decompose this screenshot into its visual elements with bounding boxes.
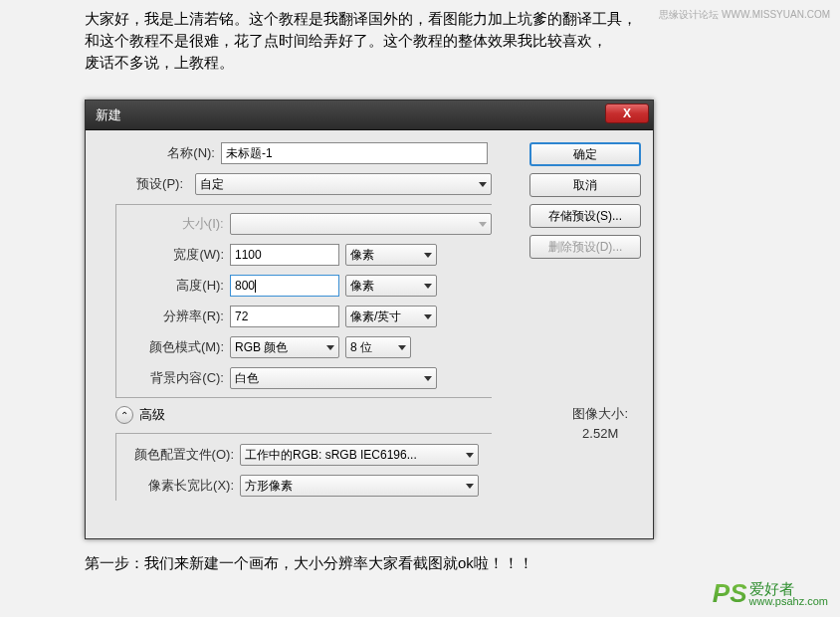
dialog-titlebar[interactable]: 新建 X: [86, 101, 653, 130]
colormode-select[interactable]: RGB 颜色: [230, 336, 339, 358]
pixelratio-select[interactable]: 方形像素: [240, 475, 479, 497]
colorprofile-value: 工作中的RGB: sRGB IEC6196...: [245, 447, 417, 464]
bitdepth-select[interactable]: 8 位: [345, 336, 411, 358]
colorprofile-select[interactable]: 工作中的RGB: sRGB IEC6196...: [240, 444, 479, 466]
watermark-text: 爱好者 www.psahz.com: [749, 581, 828, 607]
width-unit-select[interactable]: 像素: [345, 244, 437, 266]
dialog-title: 新建: [96, 106, 121, 124]
delete-preset-label: 删除预设(D)...: [548, 239, 623, 256]
resolution-label: 分辨率(R):: [116, 308, 224, 325]
width-input[interactable]: 1100: [230, 244, 339, 266]
cancel-label: 取消: [573, 177, 597, 194]
intro-line1: 大家好，我是上清若铭。这个教程是我翻译国外的，看图能力加上坑爹的翻译工具，: [85, 10, 637, 27]
watermark-bottom: PS 爱好者 www.psahz.com: [713, 578, 828, 609]
chevron-down-icon: [424, 253, 432, 258]
watermark-cn: 爱好者: [749, 581, 828, 596]
new-document-dialog: 新建 X 名称(N): 未标题-1 预设(P): 自定 大小(I): 宽度(W)…: [85, 100, 654, 539]
ok-label: 确定: [573, 146, 597, 163]
preset-label: 预设(P):: [96, 175, 183, 193]
width-value: 1100: [235, 248, 262, 262]
image-size-label: 图像大小:: [572, 404, 628, 424]
preset-value: 自定: [200, 176, 224, 193]
bitdepth-value: 8 位: [350, 339, 372, 356]
watermark-top: 思缘设计论坛 WWW.MISSYUAN.COM: [659, 8, 830, 22]
background-label: 背景内容(C):: [116, 369, 224, 387]
close-icon: X: [623, 106, 631, 120]
chevron-down-icon: [398, 345, 406, 350]
save-preset-button[interactable]: 存储预设(S)...: [529, 204, 641, 228]
text-cursor: [255, 280, 256, 293]
chevron-down-icon: [466, 484, 474, 489]
background-select[interactable]: 白色: [230, 367, 437, 389]
size-label: 大小(I):: [116, 215, 224, 233]
height-unit-select[interactable]: 像素: [345, 275, 437, 297]
step-text: 第一步：我们来新建一个画布，大小分辨率大家看截图就ok啦！！！: [85, 554, 840, 573]
chevron-down-icon: [326, 345, 334, 350]
intro-line3: 废话不多说，上教程。: [85, 54, 234, 71]
close-button[interactable]: X: [605, 103, 649, 123]
colormode-label: 颜色模式(M):: [116, 338, 224, 356]
height-label: 高度(H):: [116, 277, 224, 295]
name-value: 未标题-1: [226, 145, 273, 162]
save-preset-label: 存储预设(S)...: [548, 208, 622, 225]
advanced-label: 高级: [139, 406, 165, 424]
image-size-info: 图像大小: 2.52M: [572, 404, 628, 444]
intro-line2: 和这个教程不是很难，花了点时间给弄好了。这个教程的整体效果我比较喜欢，: [85, 32, 607, 49]
pixelratio-value: 方形像素: [245, 478, 293, 495]
size-select: [230, 213, 492, 235]
name-label: 名称(N):: [96, 144, 215, 162]
ok-button[interactable]: 确定: [529, 142, 641, 166]
background-value: 白色: [235, 370, 259, 387]
height-input[interactable]: 800: [230, 275, 339, 297]
ps-logo: PS: [713, 578, 747, 609]
resolution-unit: 像素/英寸: [350, 308, 401, 325]
height-unit: 像素: [350, 278, 374, 295]
image-size-value: 2.52M: [572, 424, 628, 444]
advanced-toggle[interactable]: ⌃: [115, 406, 133, 424]
pixelratio-label: 像素长宽比(X):: [116, 477, 234, 495]
height-value: 800: [235, 279, 255, 293]
chevron-down-icon: [479, 182, 487, 187]
chevron-down-icon: [479, 222, 487, 227]
double-chevron-up-icon: ⌃: [120, 410, 128, 421]
watermark-url: www.psahz.com: [749, 596, 828, 607]
chevron-down-icon: [424, 376, 432, 381]
resolution-value: 72: [235, 309, 248, 323]
cancel-button[interactable]: 取消: [529, 173, 641, 197]
width-label: 宽度(W):: [116, 246, 224, 264]
resolution-input[interactable]: 72: [230, 306, 339, 327]
chevron-down-icon: [466, 453, 474, 458]
dialog-body: 名称(N): 未标题-1 预设(P): 自定 大小(I): 宽度(W): 110…: [86, 130, 653, 538]
name-input[interactable]: 未标题-1: [221, 142, 488, 164]
dialog-buttons: 确定 取消 存储预设(S)... 删除预设(D)...: [529, 142, 641, 266]
preset-select[interactable]: 自定: [195, 173, 492, 195]
width-unit: 像素: [350, 247, 374, 264]
colorprofile-label: 颜色配置文件(O):: [116, 446, 234, 464]
colormode-value: RGB 颜色: [235, 339, 288, 356]
chevron-down-icon: [424, 314, 432, 319]
chevron-down-icon: [424, 284, 432, 289]
resolution-unit-select[interactable]: 像素/英寸: [345, 306, 437, 327]
delete-preset-button: 删除预设(D)...: [529, 235, 641, 259]
